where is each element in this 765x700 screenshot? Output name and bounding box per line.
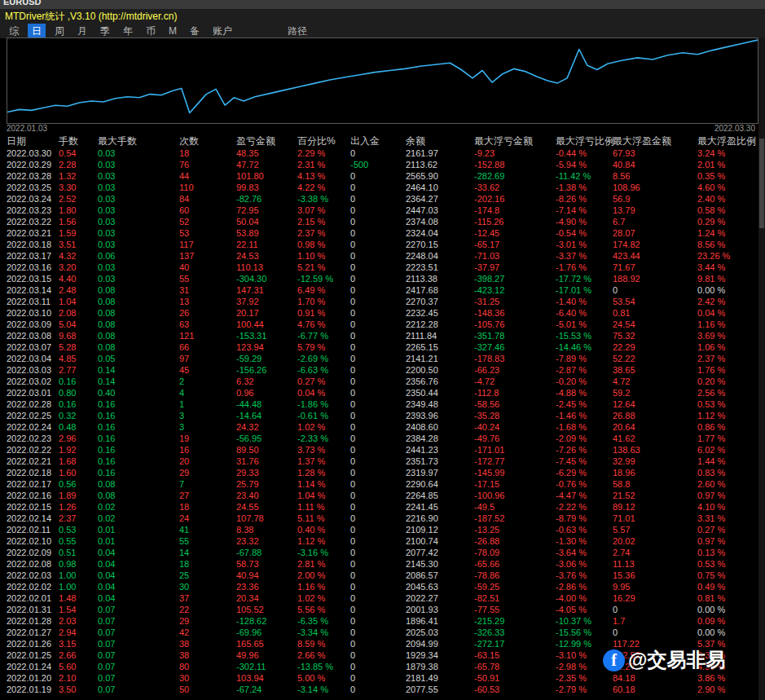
cell-11: 0.09 % <box>697 615 756 627</box>
cell-9: -7.26 % <box>556 444 613 456</box>
table-row[interactable]: 2022.02.151.260.021824.551.11 %02241.45-… <box>7 501 758 513</box>
table-row[interactable]: 2022.03.095.040.0863100.444.76 %02212.28… <box>7 319 758 330</box>
column-header-11[interactable]: 最大浮盈比例 <box>697 135 756 147</box>
table-row[interactable]: 2022.01.193.500.0750-67.24-3.14 %02077.5… <box>7 684 758 695</box>
cell-7: 2356.76 <box>406 376 474 387</box>
cell-3: 22 <box>179 604 236 615</box>
menu-item-3[interactable]: 月 <box>73 24 91 39</box>
column-header-8[interactable]: 最大浮亏金额 <box>474 135 556 147</box>
cell-8: -17.15 <box>474 478 556 490</box>
column-header-1[interactable]: 手数 <box>59 135 98 147</box>
table-row[interactable]: 2022.03.174.320.0613724.531.10 %02248.04… <box>7 250 758 262</box>
menu-item-1[interactable]: 日 <box>28 24 46 39</box>
column-header-6[interactable]: 出入金 <box>350 135 406 147</box>
menu-item-7[interactable]: M <box>165 24 181 37</box>
table-row[interactable]: 2022.01.272.940.0742-69.96-3.34 %02025.0… <box>7 627 758 638</box>
table-row[interactable]: 2022.02.280.160.161-44.48-1.86 %02349.48… <box>7 398 758 410</box>
cell-0: 2022.03.28 <box>7 170 59 182</box>
menu-item-path[interactable]: 路径 <box>284 24 311 39</box>
cell-11: 1.44 % <box>697 456 756 467</box>
menu-item-4[interactable]: 季 <box>96 24 114 39</box>
menu-item-5[interactable]: 年 <box>119 24 137 39</box>
menu-item-6[interactable]: 币 <box>142 24 160 39</box>
table-row[interactable]: 2022.02.100.550.015523.321.12 %02100.74-… <box>7 535 758 547</box>
table-row[interactable]: 2022.02.021.000.043023.361.16 %02045.63-… <box>7 581 758 592</box>
table-row[interactable]: 2022.03.300.540.031848.352.29 %02161.97-… <box>7 147 758 159</box>
table-row[interactable]: 2022.03.044.850.0597-59.29-2.69 %02141.2… <box>7 353 758 364</box>
table-row[interactable]: 2022.02.110.530.01418.380.40 %02109.12-1… <box>7 524 758 535</box>
cell-0: 2022.02.08 <box>7 558 59 570</box>
cell-1: 2.96 <box>59 433 98 444</box>
table-row[interactable]: 2022.02.142.370.0224107.785.11 %02216.90… <box>7 513 758 524</box>
table-row[interactable]: 2022.03.211.590.035353.892.37 %02324.04-… <box>7 227 758 239</box>
cell-10: 138.63 <box>613 444 697 456</box>
table-row[interactable]: 2022.03.253.300.0311099.834.22 %02464.10… <box>7 182 758 193</box>
cell-7: 2022.27 <box>406 592 474 604</box>
column-header-5[interactable]: 百分比% <box>297 135 350 147</box>
table-row[interactable]: 2022.03.163.200.0340110.135.21 %02223.51… <box>7 262 758 273</box>
cell-6: 0 <box>350 535 406 547</box>
cell-7: 2145.30 <box>406 558 474 570</box>
column-header-2[interactable]: 最大手数 <box>98 135 179 147</box>
cell-4: 31.76 <box>236 456 297 467</box>
table-row[interactable]: 2022.03.231.800.036072.953.07 %02447.03-… <box>7 205 758 216</box>
table-row[interactable]: 2022.03.154.400.0355-304.30-12.59 %02113… <box>7 273 758 284</box>
table-row[interactable]: 2022.02.250.320.163-14.64-0.61 %02393.96… <box>7 410 758 421</box>
table-row[interactable]: 2022.02.080.980.041858.732.81 %02145.30-… <box>7 558 758 570</box>
table-row[interactable]: 2022.02.011.480.043720.341.02 %02022.27-… <box>7 592 758 604</box>
table-row[interactable]: 2022.02.031.000.042540.942.00 %02086.57-… <box>7 570 758 581</box>
cell-4: 165.65 <box>236 638 297 649</box>
cell-1: 0.56 <box>59 478 98 490</box>
vertical-scrollbar[interactable] <box>758 37 765 700</box>
cell-9: -10.37 % <box>556 615 613 627</box>
cell-2: 0.03 <box>98 170 179 182</box>
scrollbar-thumb[interactable] <box>759 139 764 228</box>
table-row[interactable]: 2022.03.010.800.4040.960.04 %02350.44-11… <box>7 387 758 398</box>
table-row[interactable]: 2022.01.282.030.0729-128.62-6.35 %01896.… <box>7 615 758 627</box>
cell-0: 2022.02.23 <box>7 433 59 444</box>
table-row[interactable]: 2022.03.102.080.082620.170.91 %02232.45-… <box>7 307 758 319</box>
column-header-4[interactable]: 盈亏金额 <box>236 135 297 147</box>
table-row[interactable]: 2022.03.142.480.0831147.316.49 %02417.68… <box>7 284 758 296</box>
table-row[interactable]: 2022.03.111.040.081337.921.70 %02270.37-… <box>7 296 758 307</box>
table-row[interactable]: 2022.03.075.280.0866123.945.79 %02265.15… <box>7 341 758 353</box>
table-row[interactable]: 2022.03.281.320.0344101.804.13 %02565.90… <box>7 170 758 182</box>
table-row[interactable]: 2022.01.202.100.0730103.945.00 %02181.49… <box>7 672 758 684</box>
column-header-7[interactable]: 余额 <box>406 135 474 147</box>
column-header-3[interactable]: 次数 <box>179 135 236 147</box>
table-row[interactable]: 2022.03.032.770.1445-156.26-6.63 %02200.… <box>7 364 758 376</box>
table-row[interactable]: 2022.02.170.560.08725.791.14 %02290.64-1… <box>7 478 758 490</box>
cell-11: 3.69 % <box>697 330 756 341</box>
table-row[interactable]: 2022.01.311.540.0722105.525.56 %02001.93… <box>7 604 758 615</box>
table-row[interactable]: 2022.03.183.510.0311722.110.98 %02270.15… <box>7 239 758 250</box>
table-row[interactable]: 2022.02.161.890.082723.401.04 %02264.85-… <box>7 490 758 501</box>
table-row[interactable]: 2022.03.242.520.0384-82.76-3.38 %02364.2… <box>7 193 758 205</box>
table-row[interactable]: 2022.02.181.600.162929.331.28 %02319.97-… <box>7 467 758 478</box>
column-header-0[interactable]: 日期 <box>7 135 59 147</box>
table-row[interactable]: 2022.03.020.160.1426.320.27 %02356.76-4.… <box>7 376 758 387</box>
cell-1: 0.53 <box>59 524 98 535</box>
menu-item-9[interactable]: 账户 <box>209 24 236 39</box>
table-row[interactable]: 2022.03.089.680.08121-153.31-6.77 %02111… <box>7 330 758 341</box>
table-row[interactable]: 2022.03.221.560.035250.042.15 %02374.08-… <box>7 216 758 227</box>
table-row[interactable]: 2022.03.292.280.037647.722.31 %-5002113.… <box>7 159 758 170</box>
cell-10: 24.54 <box>613 319 697 330</box>
menu-item-8[interactable]: 备 <box>186 24 204 39</box>
table-row[interactable]: 2022.02.211.680.162031.761.37 %02351.73-… <box>7 456 758 467</box>
column-header-10[interactable]: 最大浮盈金额 <box>613 135 697 147</box>
table-row[interactable]: 2022.02.090.510.0414-67.88-3.16 %02077.4… <box>7 547 758 558</box>
cell-8: -171.01 <box>474 444 556 456</box>
cell-9: -5.94 % <box>556 159 613 170</box>
table-row[interactable]: 2022.02.240.480.16324.321.02 %02408.60-4… <box>7 421 758 433</box>
table-row[interactable]: 2022.02.232.960.1619-56.95-2.33 %02384.2… <box>7 433 758 444</box>
cell-6: 0 <box>350 672 406 684</box>
cell-4: 105.52 <box>236 604 297 615</box>
cell-1: 2.28 <box>59 159 98 170</box>
table-row[interactable]: 2022.02.221.920.161689.503.73 %02441.23-… <box>7 444 758 456</box>
cell-7: 2441.23 <box>406 444 474 456</box>
cell-9: -1.46 % <box>556 410 613 421</box>
column-header-9[interactable]: 最大浮亏比例 <box>556 135 613 147</box>
menu-item-2[interactable]: 周 <box>51 24 68 39</box>
menu-item-0[interactable]: 综 <box>5 24 23 39</box>
cell-9: -3.64 % <box>556 547 613 558</box>
